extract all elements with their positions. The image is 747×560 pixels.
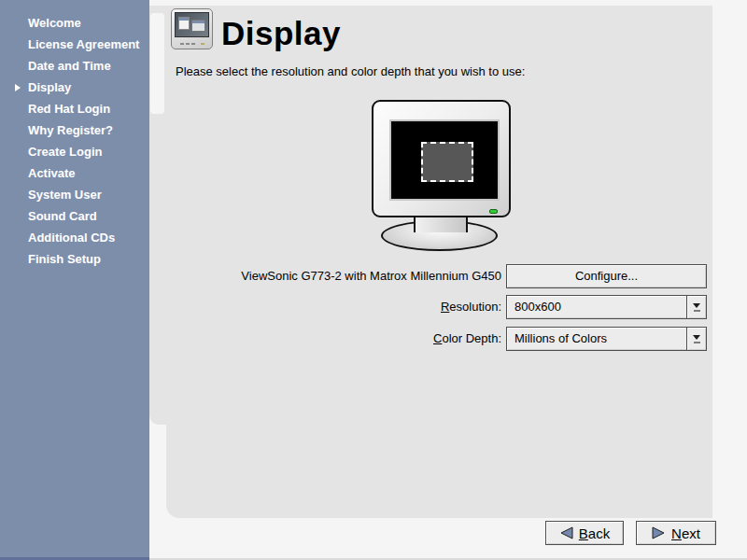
color-depth-label: Color Depth:: [168, 327, 501, 351]
sidebar-item-activate: Activate: [0, 162, 149, 184]
sidebar-item-system-user: System User: [0, 184, 149, 205]
sidebar-item-finish-setup: Finish Setup: [0, 248, 149, 270]
header-icon-window: [191, 20, 205, 32]
monitor-case: [372, 100, 511, 217]
sidebar-item-display: Display: [0, 77, 149, 98]
color-depth-value: Millions of Colors: [507, 328, 686, 350]
header-icon-monitor-buttons: [180, 43, 184, 45]
display-header-icon: [171, 8, 213, 49]
device-label: ViewSonic G773-2 with Matrox Millennium …: [168, 264, 501, 288]
resolution-label: Resolution:: [168, 295, 501, 319]
instruction-text: Please select the resolution and color d…: [176, 64, 525, 78]
color-depth-dropdown-button[interactable]: [686, 328, 706, 350]
resolution-preview-area: [421, 142, 473, 182]
monitor-stand-neck: [414, 216, 468, 232]
sidebar-item-license-agreement: License Agreement: [0, 34, 149, 55]
sidebar-item-date-and-time: Date and Time: [0, 55, 149, 77]
next-arrow-icon: [652, 526, 666, 539]
resolution-combobox[interactable]: 747x560: [506, 295, 707, 319]
resolution-dropdown-button[interactable]: [686, 296, 706, 318]
monitor-illustration: [369, 98, 523, 252]
sidebar-item-welcome: Welcome: [0, 12, 149, 34]
content-panel: [166, 6, 712, 518]
page-title: Display: [221, 15, 341, 52]
sidebar-item-create-login: Create Login: [0, 141, 149, 162]
chevron-down-icon: [693, 335, 700, 340]
next-button[interactable]: Next: [636, 521, 716, 545]
content-panel-notch: [150, 13, 164, 114]
sidebar-item-red-hat-login: Red Hat Login: [0, 98, 149, 119]
resolution-value: 747x560: [507, 296, 686, 318]
setup-steps-list: Welcome License Agreement Date and Time …: [0, 0, 149, 270]
sidebar-item-sound-card: Sound Card: [0, 205, 149, 227]
next-button-label: Next: [671, 525, 700, 541]
sidebar-item-why-register: Why Register?: [0, 119, 149, 141]
back-button[interactable]: Back: [545, 521, 624, 545]
chevron-down-icon: [693, 303, 700, 308]
firstboot-window: { "sidebar": { "items": ["Welcome", "Lic…: [0, 0, 747, 560]
back-button-label: Back: [579, 525, 610, 541]
header-icon-monitor-screen: [175, 12, 209, 37]
power-led: [489, 209, 498, 214]
header-icon-window: [178, 17, 190, 30]
sidebar: Welcome License Agreement Date and Time …: [0, 0, 149, 560]
configure-button[interactable]: Configure...: [506, 264, 707, 288]
monitor-screen: [389, 119, 500, 201]
active-step-arrow-icon: [15, 84, 21, 91]
back-arrow-icon: [559, 526, 573, 539]
sidebar-item-additional-cds: Additional CDs: [0, 227, 149, 248]
color-depth-combobox[interactable]: Millions of Colors: [506, 327, 707, 351]
